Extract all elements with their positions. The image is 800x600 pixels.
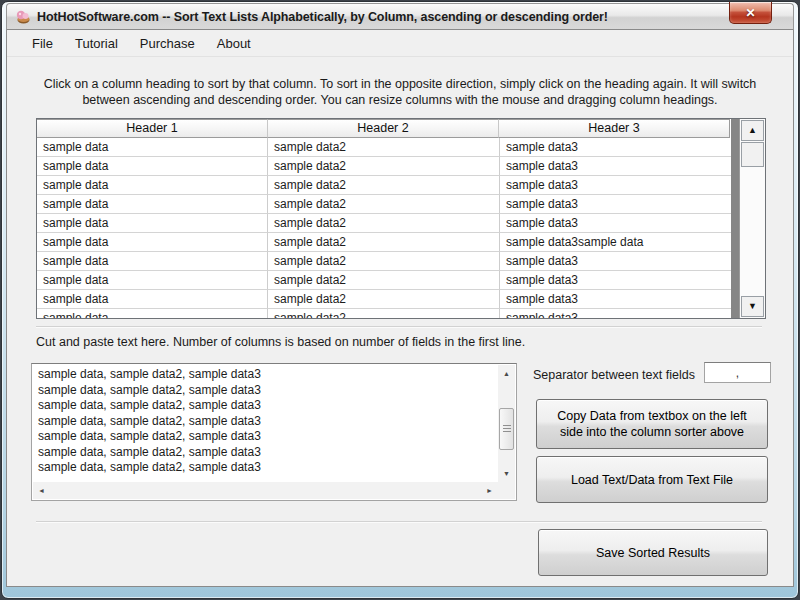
table-row[interactable]: sample datasample data2sample data3 xyxy=(37,195,731,214)
scroll-up-icon: ▲ xyxy=(748,126,757,135)
table-cell: sample data3 xyxy=(500,309,731,318)
textarea-horizontal-scrollbar[interactable]: ◄ ► xyxy=(33,482,498,499)
load-file-button[interactable]: Load Text/Data from Text File xyxy=(536,456,768,503)
table-row[interactable]: sample datasample data2sample data3 xyxy=(37,252,731,271)
table-row[interactable]: sample datasample data2sample data3 xyxy=(37,290,731,309)
client-area: FileTutorialPurchaseAbout Click on a col… xyxy=(6,30,794,587)
table-cell: sample data3 xyxy=(500,138,731,157)
copy-data-button[interactable]: Copy Data from textbox on the left side … xyxy=(536,399,768,449)
close-button[interactable]: ✕ xyxy=(729,2,772,24)
table-cell: sample data2 xyxy=(268,157,500,176)
table-cell: sample data xyxy=(37,233,268,252)
table-right-filler xyxy=(731,119,739,318)
table-row[interactable]: sample datasample data2sample data3 xyxy=(37,214,731,233)
table-cell: sample data2 xyxy=(268,252,500,271)
paste-instructions-label: Cut and paste text here. Number of colum… xyxy=(36,335,525,349)
table-cell: sample data xyxy=(37,309,268,318)
column-sorter-table: Header 1 Header 2 Header 3 sample datasa… xyxy=(36,118,766,319)
table-row[interactable]: sample datasample data2sample data3 xyxy=(37,271,731,290)
table-cell: sample data xyxy=(37,138,268,157)
table-cell: sample data2 xyxy=(268,138,500,157)
scroll-left-icon[interactable]: ◄ xyxy=(34,482,49,499)
menu-item-file[interactable]: File xyxy=(21,30,64,56)
app-window: HotHotSoftware.com -- Sort Text Lists Al… xyxy=(0,0,800,600)
table-cell: sample data2 xyxy=(268,176,500,195)
table-cell: sample data2 xyxy=(268,309,500,318)
scroll-right-icon[interactable]: ► xyxy=(482,482,497,499)
menu-item-tutorial[interactable]: Tutorial xyxy=(64,30,129,56)
scroll-down-icon: ▼ xyxy=(748,302,757,311)
table-row[interactable]: sample datasample data2sample data3 xyxy=(37,309,731,318)
table-cell: sample data2 xyxy=(268,271,500,290)
table-cell: sample data xyxy=(37,157,268,176)
scrollbar-corner xyxy=(498,482,515,499)
menu-item-about[interactable]: About xyxy=(206,30,262,56)
paste-textarea[interactable]: sample data, sample data2, sample data3 … xyxy=(31,363,517,501)
close-icon: ✕ xyxy=(745,7,755,19)
table-cell: sample data xyxy=(37,290,268,309)
table-scrollbar-thumb[interactable] xyxy=(741,142,764,167)
table-cell: sample data xyxy=(37,214,268,233)
table-cell: sample data2 xyxy=(268,290,500,309)
table-cell: sample data xyxy=(37,195,268,214)
table-row[interactable]: sample datasample data2sample data3 xyxy=(37,157,731,176)
titlebar[interactable]: HotHotSoftware.com -- Sort Text Lists Al… xyxy=(6,3,794,30)
save-results-button[interactable]: Save Sorted Results xyxy=(538,529,768,576)
table-cell: sample data3sample data xyxy=(500,233,731,252)
textarea-vertical-scrollbar[interactable]: ▲ ▼ xyxy=(498,365,515,482)
scroll-down-icon[interactable]: ▼ xyxy=(498,466,515,481)
table-cell: sample data3 xyxy=(500,290,731,309)
thumb-grip-icon xyxy=(503,425,511,434)
separator-label: Separator between text fields xyxy=(533,368,695,382)
table-header-row: Header 1 Header 2 Header 3 xyxy=(37,119,731,138)
menubar: FileTutorialPurchaseAbout xyxy=(7,30,793,57)
column-header-3[interactable]: Header 3 xyxy=(498,119,730,138)
table-cell: sample data3 xyxy=(500,271,731,290)
column-header-2[interactable]: Header 2 xyxy=(267,119,499,138)
table-cell: sample data2 xyxy=(268,214,500,233)
table-cell: sample data3 xyxy=(500,252,731,271)
table-cell: sample data3 xyxy=(500,157,731,176)
table-row[interactable]: sample datasample data2sample data3 xyxy=(37,138,731,157)
paste-text-content: sample data, sample data2, sample data3 … xyxy=(32,364,498,482)
app-icon xyxy=(15,9,31,25)
table-row[interactable]: sample datasample data2sample data3sampl… xyxy=(37,233,731,252)
menu-item-purchase[interactable]: Purchase xyxy=(129,30,206,56)
scroll-down-button[interactable]: ▼ xyxy=(741,296,764,317)
table-cell: sample data3 xyxy=(500,195,731,214)
window-title: HotHotSoftware.com -- Sort Text Lists Al… xyxy=(37,10,608,24)
scroll-up-icon[interactable]: ▲ xyxy=(498,366,515,381)
instructions-text: Click on a column heading to sort by tha… xyxy=(31,76,769,108)
table-cell: sample data xyxy=(37,176,268,195)
table-cell: sample data3 xyxy=(500,214,731,233)
table-cell: sample data xyxy=(37,271,268,290)
divider xyxy=(36,326,762,328)
table-body: sample datasample data2sample data3sampl… xyxy=(37,138,731,318)
table-vertical-scrollbar[interactable]: ▲ ▼ xyxy=(739,119,765,318)
divider xyxy=(36,521,762,523)
textarea-scrollbar-thumb[interactable] xyxy=(499,408,514,450)
table-cell: sample data xyxy=(37,252,268,271)
table-cell: sample data2 xyxy=(268,233,500,252)
table-cell: sample data3 xyxy=(500,176,731,195)
column-header-1[interactable]: Header 1 xyxy=(37,119,268,138)
table-row[interactable]: sample datasample data2sample data3 xyxy=(37,176,731,195)
table-cell: sample data2 xyxy=(268,195,500,214)
separator-input[interactable] xyxy=(704,362,771,383)
scroll-up-button[interactable]: ▲ xyxy=(741,120,764,141)
